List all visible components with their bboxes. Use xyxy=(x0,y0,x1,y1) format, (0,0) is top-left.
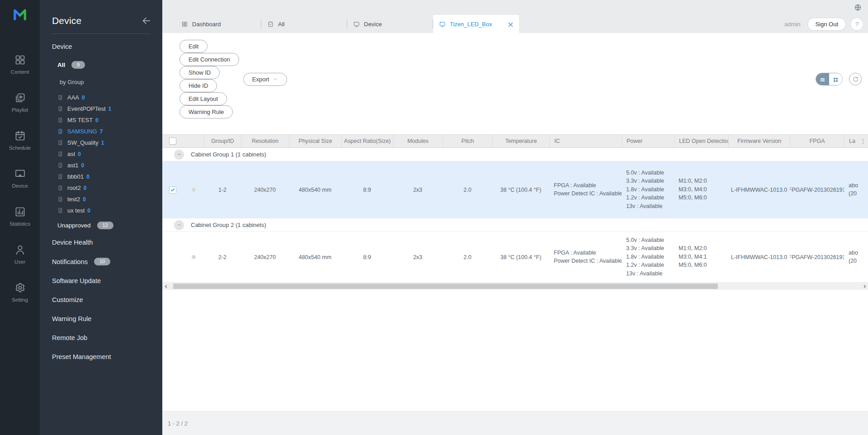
sidebar-group-test2[interactable]: test20 xyxy=(40,194,162,205)
row-checkbox[interactable] xyxy=(169,186,176,194)
tab-device[interactable]: Device xyxy=(347,15,433,33)
list-view-button[interactable] xyxy=(816,73,829,85)
show-id-button[interactable]: Show ID xyxy=(179,66,220,79)
sidebar-item-all[interactable]: All 9 xyxy=(40,50,162,69)
sidebar-section-device[interactable]: Device xyxy=(40,34,162,50)
device-group-list: AAA0EventPOPTest1MS TEST0SAMSUNG7SW_Qual… xyxy=(40,85,162,216)
nav-rail-item-device[interactable]: Device xyxy=(0,164,40,193)
tab-all[interactable]: All xyxy=(261,15,347,33)
cell: abo(20 xyxy=(844,182,868,198)
nav-rail-item-playlist[interactable]: Playlist xyxy=(0,88,40,117)
page-title: Device xyxy=(52,15,81,26)
nav-rail-item-statistics[interactable]: Statistics xyxy=(0,202,40,231)
unapproved-label: Unapproved xyxy=(57,222,91,229)
sidebar-group-ux-test[interactable]: ux test0 xyxy=(40,205,162,216)
group-name: root2 xyxy=(67,184,81,191)
nav-rail-item-schedule[interactable]: Schedule xyxy=(0,126,40,155)
help-button[interactable]: ? xyxy=(850,18,863,31)
scroll-left-button[interactable] xyxy=(162,283,170,290)
scrollbar-thumb[interactable] xyxy=(173,284,718,289)
collapse-sidebar-icon[interactable] xyxy=(142,16,151,26)
app-logo-icon[interactable] xyxy=(11,5,29,24)
cell: 8:9 xyxy=(341,254,393,260)
table-body: Cabinet Group 1 (1 cabinets)1-2240x27048… xyxy=(162,148,868,283)
cell: 8:9 xyxy=(341,187,393,193)
group-name: AAA xyxy=(67,94,79,101)
language-globe-icon[interactable] xyxy=(854,4,862,11)
nav-rail-label: Statistics xyxy=(9,221,30,227)
sidebar-item-by-group[interactable]: by Group xyxy=(40,69,162,85)
sidebar-item-device-health[interactable]: Device Health xyxy=(40,233,162,252)
group-name: MS TEST xyxy=(67,117,93,123)
tab-dashboard[interactable]: Dashboard xyxy=(175,15,261,33)
device-row-1-2[interactable]: 1-2240x270480x540 mm8:92x32.038 °C (100.… xyxy=(162,161,868,218)
edit-button[interactable]: Edit xyxy=(179,40,208,53)
cell: FPGAFW-2013026191 xyxy=(790,254,844,260)
sidebar-item-unapproved[interactable]: Unapproved 12 xyxy=(40,216,162,229)
sidebar-item-preset-management[interactable]: Preset Management xyxy=(40,347,162,366)
nav-rail-label: Schedule xyxy=(9,145,31,151)
export-button[interactable]: Export xyxy=(243,73,288,86)
nav-rail-item-content[interactable]: Content xyxy=(0,50,40,79)
device-table: Group/IDResolutionPhysical SizeAspect Ra… xyxy=(162,134,868,290)
nav-rail-item-user[interactable]: User xyxy=(0,240,40,269)
cell: FPGA : AvailablePower Detect IC : Availa… xyxy=(549,182,622,198)
select-all-checkbox-cell[interactable] xyxy=(162,135,183,147)
building-icon xyxy=(57,208,63,213)
content-icon xyxy=(14,54,26,66)
cabinet-group-label: Cabinet Group 1 (1 cabinets) xyxy=(191,151,266,158)
collapse-group-button[interactable] xyxy=(174,220,184,230)
sidebar-item-warning-rule[interactable]: Warning Rule xyxy=(40,309,162,328)
group-name: bbb01 xyxy=(67,173,84,180)
sidebar: Device Device All 9 by Group AAA0EventPO… xyxy=(40,0,162,435)
column-settings-button[interactable] xyxy=(859,138,867,145)
close-tab-icon[interactable] xyxy=(507,21,513,27)
sidebar-group-root2[interactable]: root20 xyxy=(40,182,162,194)
group-count: 1 xyxy=(101,140,104,146)
collapse-group-button[interactable] xyxy=(174,150,184,160)
tab-label: All xyxy=(278,21,284,28)
column-header-status xyxy=(183,135,204,147)
scroll-right-button[interactable] xyxy=(861,283,868,290)
building-icon xyxy=(57,174,63,180)
column-header-Pitch: Pitch xyxy=(443,135,492,147)
refresh-button[interactable] xyxy=(849,73,862,85)
sidebar-item-software-update[interactable]: Software Update xyxy=(40,271,162,290)
sidebar-group-sw_quality[interactable]: SW_Quality1 xyxy=(40,137,162,148)
sidebar-group-ms-test[interactable]: MS TEST0 xyxy=(40,114,162,126)
edit-connection-button[interactable]: Edit Connection xyxy=(179,53,239,66)
sign-out-button[interactable]: Sign Out xyxy=(807,18,846,31)
sidebar-group-aaa[interactable]: AAA0 xyxy=(40,92,162,103)
device-row-2-2[interactable]: 2-2240x270480x540 mm8:92x32.038 °C (100.… xyxy=(162,232,868,283)
tabs: DashboardAllDeviceTizen_LED_Box xyxy=(175,15,519,33)
footer-bar: 1 - 2 / 2 xyxy=(162,411,868,435)
sidebar-group-samsung[interactable]: SAMSUNG7 xyxy=(40,126,162,137)
sidebar-item-customize[interactable]: Customize xyxy=(40,290,162,309)
building-icon xyxy=(57,95,63,100)
sidebar-item-remote-job[interactable]: Remote Job xyxy=(40,328,162,347)
status-dot xyxy=(192,188,196,192)
sidebar-group-ast1[interactable]: ast10 xyxy=(40,160,162,171)
list-view-icon xyxy=(819,76,826,83)
nav-rail-label: Device xyxy=(12,183,28,189)
warning-rule-button[interactable]: Warning Rule xyxy=(179,105,233,118)
column-header-Power: Power xyxy=(622,135,674,147)
unapproved-count-badge: 12 xyxy=(97,222,113,229)
tab-tizen_led_box[interactable]: Tizen_LED_Box xyxy=(433,15,519,33)
select-all-checkbox[interactable] xyxy=(169,137,176,145)
tab-label: Tizen_LED_Box xyxy=(450,21,492,28)
sidebar-group-eventpoptest[interactable]: EventPOPTest1 xyxy=(40,103,162,114)
horizontal-scrollbar xyxy=(162,283,868,290)
scrollbar-track[interactable] xyxy=(170,283,861,290)
group-name: EventPOPTest xyxy=(67,105,106,112)
sidebar-group-bbb01[interactable]: bbb010 xyxy=(40,171,162,182)
edit-layout-button[interactable]: Edit Layout xyxy=(179,92,227,105)
chevron-down-icon xyxy=(273,76,278,82)
sidebar-item-notifications[interactable]: Notifications10 xyxy=(40,252,162,271)
nav-rail-item-setting[interactable]: Setting xyxy=(0,278,40,307)
hide-id-button[interactable]: Hide ID xyxy=(179,79,217,92)
grid-view-button[interactable] xyxy=(829,73,842,85)
sidebar-group-ast[interactable]: ast0 xyxy=(40,148,162,160)
nav-rail-label: Setting xyxy=(12,297,28,303)
export-label: Export xyxy=(252,76,269,83)
